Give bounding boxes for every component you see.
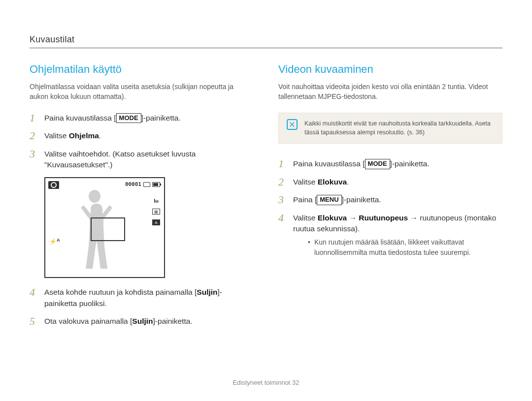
sd-card-icon bbox=[143, 182, 150, 187]
page-footer: Edistyneet toiminnot 32 bbox=[30, 374, 502, 386]
text-part: . bbox=[347, 178, 349, 186]
note-icon bbox=[287, 119, 298, 130]
step-text: Ota valokuva painamalla [Suljin]-painike… bbox=[44, 316, 254, 327]
mode-indicator-icon: A bbox=[152, 219, 160, 225]
left-step-4: 4 Aseta kohde ruutuun ja kohdista painam… bbox=[30, 287, 254, 309]
step-number: 2 bbox=[278, 177, 287, 187]
step-number: 5 bbox=[30, 316, 38, 327]
step-text: Valitse Ohjelma. bbox=[44, 130, 254, 141]
page-header: Kuvaustilat bbox=[30, 34, 502, 48]
text-part: Paina [ bbox=[293, 195, 317, 204]
note-text: Kaikki muistikortit eivät tue nauhoitust… bbox=[304, 119, 494, 138]
text-part: Valitse bbox=[44, 131, 69, 140]
left-step-5: 5 Ota valokuva painamalla [Suljin]-paini… bbox=[30, 316, 254, 327]
camera-top-right-status: 00001 bbox=[125, 181, 160, 187]
header-section-title: Kuvaustilat bbox=[30, 34, 502, 45]
step-text: Valitse Elokuva → Ruutunopeus → ruutunop… bbox=[293, 213, 502, 258]
text-part: Valitse bbox=[293, 214, 318, 222]
text-part: ]-painiketta. bbox=[141, 114, 181, 122]
resolution-icon: IM bbox=[154, 198, 159, 204]
bullet-dot: • bbox=[308, 237, 310, 258]
bold-text: Suljin bbox=[197, 288, 217, 296]
text-part: ]-painiketta. bbox=[153, 317, 193, 325]
camera-right-indicators: IM ▦ A bbox=[152, 198, 160, 225]
text-part: Aseta kohde ruutuun ja kohdista painamal… bbox=[44, 288, 197, 296]
bullet-text: Kun ruutujen määrää lisätään, liikkeet v… bbox=[314, 237, 502, 258]
left-step-2: 2 Valitse Ohjelma. bbox=[30, 130, 254, 141]
footer-page-number: 32 bbox=[292, 379, 299, 386]
right-step-4: 4 Valitse Elokuva → Ruutunopeus → ruutun… bbox=[278, 213, 502, 258]
bold-text: Suljin bbox=[132, 317, 153, 325]
text-part: ]-painiketta. bbox=[342, 195, 381, 204]
flash-auto-icon: ⚡A bbox=[49, 238, 60, 245]
step-text: Aseta kohde ruutuun ja kohdista painamal… bbox=[44, 287, 254, 309]
mode-button-label: MODE bbox=[116, 113, 141, 123]
right-section-desc: Voit nauhoittaa videoita joiden kesto vo… bbox=[278, 82, 502, 102]
shot-counter: 00001 bbox=[125, 181, 141, 187]
text-part: Paina kuvaustilassa [ bbox=[293, 159, 365, 168]
text-part: Ota valokuva painamalla [ bbox=[44, 317, 132, 325]
text-part: Paina kuvaustilassa [ bbox=[44, 114, 116, 122]
camera-mode-icon bbox=[48, 181, 59, 189]
right-section-title: Videon kuvaaminen bbox=[278, 63, 502, 76]
note-box: Kaikki muistikortit eivät tue nauhoitust… bbox=[278, 113, 502, 144]
bold-text: Elokuva bbox=[318, 178, 347, 186]
menu-button-label: MENU bbox=[317, 195, 341, 205]
right-step-3: 3 Paina [MENU]-painiketta. bbox=[278, 194, 502, 205]
left-section-title: Ohjelmatilan käyttö bbox=[30, 63, 254, 76]
step-number: 2 bbox=[30, 130, 38, 141]
bold-text: Ohjelma bbox=[69, 131, 99, 140]
focus-rectangle bbox=[91, 217, 125, 241]
step-number: 4 bbox=[30, 287, 38, 298]
left-section-desc: Ohjelmatilassa voidaan valita useita ase… bbox=[30, 82, 254, 102]
step-number: 1 bbox=[278, 158, 287, 169]
left-step-3: 3 Valitse vaihtoehdot. (Katso asetukset … bbox=[30, 149, 254, 171]
mode-button-label: MODE bbox=[365, 159, 390, 169]
step-text: Valitse Elokuva. bbox=[293, 177, 502, 187]
text-part: ]-painiketta. bbox=[390, 159, 430, 168]
footer-chapter: Edistyneet toiminnot bbox=[233, 379, 290, 386]
right-step-1: 1 Paina kuvaustilassa [MODE]-painiketta. bbox=[278, 158, 502, 169]
step-number: 4 bbox=[278, 213, 287, 223]
right-steps: 1 Paina kuvaustilassa [MODE]-painiketta.… bbox=[278, 158, 502, 258]
quality-icon: ▦ bbox=[152, 209, 160, 215]
right-column: Videon kuvaaminen Voit nauhoittaa videoi… bbox=[278, 63, 502, 374]
sub-bullet: • Kun ruutujen määrää lisätään, liikkeet… bbox=[308, 237, 502, 258]
left-column: Ohjelmatilan käyttö Ohjelmatilassa voida… bbox=[30, 63, 254, 374]
battery-icon bbox=[152, 182, 160, 187]
bold-text: Ruutunopeus bbox=[359, 214, 408, 222]
step-text: Paina [MENU]-painiketta. bbox=[293, 194, 502, 205]
arrow: → bbox=[408, 214, 420, 222]
camera-screen-illustration: 00001 IM ▦ A ⚡A bbox=[44, 177, 165, 278]
bold-text: Elokuva bbox=[318, 214, 347, 222]
step-number: 1 bbox=[30, 113, 38, 123]
step-text: Paina kuvaustilassa [MODE]-painiketta. bbox=[293, 158, 502, 169]
step-text: Valitse vaihtoehdot. (Katso asetukset lu… bbox=[44, 149, 254, 171]
step-number: 3 bbox=[278, 194, 287, 205]
arrow: → bbox=[347, 214, 359, 222]
text-part: Valitse bbox=[293, 178, 318, 186]
left-step-1: 1 Paina kuvaustilassa [MODE]-painiketta. bbox=[30, 113, 254, 123]
left-steps: 1 Paina kuvaustilassa [MODE]-painiketta.… bbox=[30, 113, 254, 171]
text-part: . bbox=[99, 131, 101, 140]
step-number: 3 bbox=[30, 149, 38, 159]
right-step-2: 2 Valitse Elokuva. bbox=[278, 177, 502, 187]
left-steps-cont: 4 Aseta kohde ruutuun ja kohdista painam… bbox=[30, 287, 254, 327]
step-text: Paina kuvaustilassa [MODE]-painiketta. bbox=[44, 113, 254, 123]
